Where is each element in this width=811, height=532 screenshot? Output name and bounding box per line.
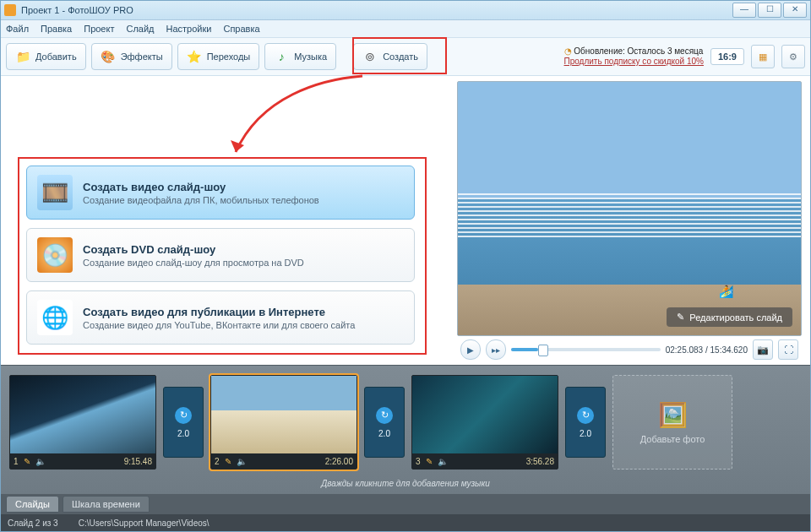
slide-index: 3 xyxy=(416,457,421,466)
video-icon: 🎞️ xyxy=(37,175,73,210)
snapshot-button[interactable]: 📷 xyxy=(753,339,773,360)
preview-panel: 🏄 ✎ Редактировать слайд ▶ ▸▸ 02:25.083 /… xyxy=(454,76,810,365)
pencil-icon: ✎ xyxy=(677,312,684,323)
transition-thumb[interactable]: ↻ 2.0 xyxy=(565,387,606,458)
play-button[interactable]: ▶ xyxy=(460,339,481,360)
app-window: Проект 1 - ФотоШОУ PRO — ☐ ✕ Файл Правка… xyxy=(0,0,811,532)
menu-project[interactable]: Проект xyxy=(84,24,114,34)
promo-link[interactable]: Продлить подписку со скидкой 10% xyxy=(564,57,704,67)
menu-settings[interactable]: Настройки xyxy=(166,24,212,34)
slide-duration: 9:15.48 xyxy=(124,457,152,466)
add-label: Добавить xyxy=(35,52,77,62)
transition-duration: 2.0 xyxy=(378,429,390,438)
aspect-ratio-button[interactable]: 16:9 xyxy=(710,48,744,65)
player-controls: ▶ ▸▸ 02:25.083 / 15:34.620 📷 ⛶ xyxy=(457,336,802,363)
option-title: Создать видео для публикации в Интернете xyxy=(83,306,355,318)
option-title: Создать DVD слайд-шоу xyxy=(83,243,304,256)
promo-block: ◔ Обновление: Осталось 3 месяца Продлить… xyxy=(564,46,704,67)
next-button[interactable]: ▸▸ xyxy=(486,339,506,360)
music-label: Музыка xyxy=(294,52,327,62)
statusbar: Слайд 2 из 3 C:\Users\Support Manager\Vi… xyxy=(1,514,810,531)
transitions-label: Переходы xyxy=(207,52,251,62)
transition-icon: ↻ xyxy=(376,407,393,424)
preview-decor: 🏄 xyxy=(719,285,733,298)
transition-icon: ↻ xyxy=(577,407,594,424)
pencil-icon[interactable]: ✎ xyxy=(426,457,433,466)
preview-decor xyxy=(458,193,801,239)
edit-slide-button[interactable]: ✎ Редактировать слайд xyxy=(667,307,792,327)
dvd-icon: 💿 xyxy=(37,237,73,273)
timeline: 1 ✎ 🔈 9:15.48 ↻ 2.0 2 ✎ 🔈 2:26.00 xyxy=(1,365,810,514)
slide-thumb[interactable]: 2 ✎ 🔈 2:26.00 xyxy=(210,375,357,470)
menubar: Файл Правка Проект Слайд Настройки Справ… xyxy=(1,20,810,38)
transition-icon: ↻ xyxy=(175,407,192,424)
slide-infobar: 2 ✎ 🔈 2:26.00 xyxy=(211,453,357,469)
pencil-icon[interactable]: ✎ xyxy=(225,457,231,466)
export-options: 🎞️ Создать видео слайд-шоу Создание виде… xyxy=(26,166,415,345)
pencil-icon[interactable]: ✎ xyxy=(24,457,30,466)
seek-thumb[interactable] xyxy=(538,345,548,356)
option-web-video[interactable]: 🌐 Создать видео для публикации в Интерне… xyxy=(26,290,415,345)
slide-infobar: 1 ✎ 🔈 9:15.48 xyxy=(10,453,155,469)
menu-slide[interactable]: Слайд xyxy=(126,24,154,34)
slide-thumb[interactable]: 3 ✎ 🔈 3:56.28 xyxy=(411,375,558,470)
option-desc: Создание видео для YouTube, ВКонтакте ил… xyxy=(83,320,355,330)
create-label: Создать xyxy=(383,52,418,62)
option-video-slideshow[interactable]: 🎞️ Создать видео слайд-шоу Создание виде… xyxy=(26,166,415,220)
image-placeholder-icon: 🖼️ xyxy=(658,401,688,429)
slide-duration: 3:56.28 xyxy=(526,457,554,466)
time-display: 02:25.083 / 15:34.620 xyxy=(666,345,748,355)
slide-index: 2 xyxy=(215,457,220,466)
menu-file[interactable]: Файл xyxy=(6,24,29,34)
music-button[interactable]: ♪ Музыка xyxy=(264,43,336,70)
fullscreen-button[interactable]: ⛶ xyxy=(778,339,798,360)
globe-icon: 🌐 xyxy=(37,300,73,335)
maximize-button[interactable]: ☐ xyxy=(758,3,781,18)
tab-slides[interactable]: Слайды xyxy=(6,496,59,513)
palette-icon: 🎨 xyxy=(101,49,116,64)
tab-timeline[interactable]: Шкала времени xyxy=(63,496,150,513)
promo-line1: Обновление: Осталось 3 месяца xyxy=(574,46,703,56)
slide-thumb[interactable]: 1 ✎ 🔈 9:15.48 xyxy=(9,375,156,470)
option-desc: Создание видео слайд-шоу для просмотра н… xyxy=(83,258,304,268)
main-area: 🎞️ Создать видео слайд-шоу Создание виде… xyxy=(1,76,810,365)
option-dvd-slideshow[interactable]: 💿 Создать DVD слайд-шоу Создание видео с… xyxy=(26,228,415,282)
menu-edit[interactable]: Правка xyxy=(41,24,72,34)
seek-bar[interactable] xyxy=(511,348,661,351)
titlebar: Проект 1 - ФотоШОУ PRO — ☐ ✕ xyxy=(1,1,810,20)
add-button[interactable]: 📁 Добавить xyxy=(6,43,86,70)
reel-icon: ⊚ xyxy=(362,49,378,64)
slide-duration: 2:26.00 xyxy=(325,457,353,466)
option-title: Создать видео слайд-шоу xyxy=(83,181,319,193)
transition-thumb[interactable]: ↻ 2.0 xyxy=(163,387,204,458)
create-button[interactable]: ⊚ Создать xyxy=(353,43,427,70)
star-icon: ⭐ xyxy=(187,49,202,64)
sound-icon[interactable]: 🔈 xyxy=(237,457,247,466)
theme-button[interactable]: ▦ xyxy=(751,45,775,68)
music-track-hint[interactable]: Дважды кликните для добавления музыки xyxy=(1,479,810,494)
transition-duration: 2.0 xyxy=(580,429,591,438)
effects-button[interactable]: 🎨 Эффекты xyxy=(91,43,172,70)
toolbar: 📁 Добавить 🎨 Эффекты ⭐ Переходы ♪ Музыка… xyxy=(1,38,810,76)
sound-icon[interactable]: 🔈 xyxy=(438,457,448,466)
close-button[interactable]: ✕ xyxy=(783,3,807,18)
add-slide-label: Добавьте фото xyxy=(640,434,705,444)
sound-icon[interactable]: 🔈 xyxy=(35,457,46,466)
app-icon xyxy=(4,4,16,16)
status-path: C:\Users\Support Manager\Videos\ xyxy=(79,518,210,528)
transition-thumb[interactable]: ↻ 2.0 xyxy=(364,387,405,458)
settings-button[interactable]: ⚙ xyxy=(781,45,805,68)
window-title: Проект 1 - ФотоШОУ PRO xyxy=(21,5,732,15)
thumb-image xyxy=(412,376,558,453)
menu-help[interactable]: Справка xyxy=(223,24,259,34)
minimize-button[interactable]: — xyxy=(732,3,756,18)
thumb-image xyxy=(211,376,357,453)
create-panel: 🎞️ Создать видео слайд-шоу Создание виде… xyxy=(1,76,454,365)
option-desc: Создание видеофайла для ПК, мобильных те… xyxy=(83,195,319,205)
slide-infobar: 3 ✎ 🔈 3:56.28 xyxy=(412,453,558,469)
transitions-button[interactable]: ⭐ Переходы xyxy=(177,43,260,70)
gear-icon: ⚙ xyxy=(789,52,797,62)
slide-index: 1 xyxy=(14,457,19,466)
add-slide-button[interactable]: 🖼️ Добавьте фото xyxy=(612,375,732,470)
picture-icon: ▦ xyxy=(759,52,767,62)
